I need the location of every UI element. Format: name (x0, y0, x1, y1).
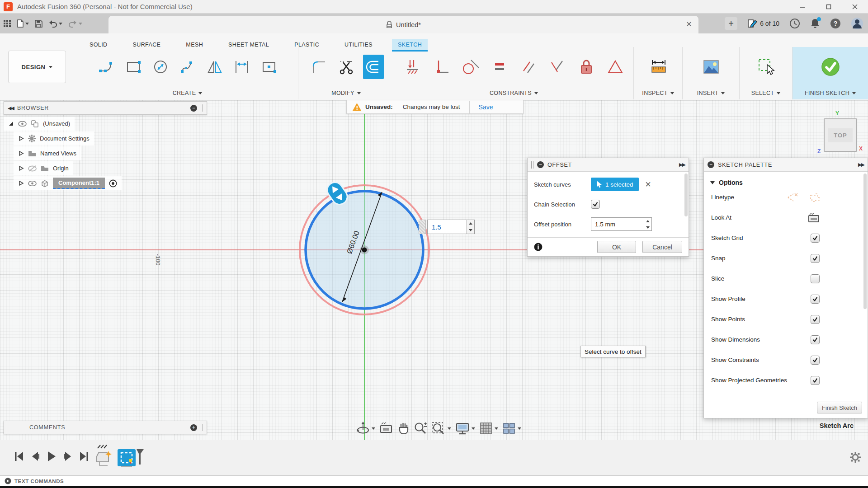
browser-panel-header[interactable]: ◀◀ BROWSER − (4, 101, 207, 115)
look-at-icon[interactable] (379, 422, 393, 435)
selection-chip[interactable]: 1 selected (591, 178, 639, 191)
timeline-settings-gear-icon[interactable] (850, 452, 861, 463)
grid-settings-icon[interactable] (479, 422, 498, 435)
look-at-icon[interactable] (808, 213, 820, 223)
modify-menu[interactable]: MODIFY (298, 87, 394, 99)
input-drag-grip[interactable] (419, 220, 426, 234)
view-cube-face[interactable]: TOP (828, 128, 853, 142)
expanded-arrow-icon[interactable] (8, 121, 14, 127)
palette-scrollbar[interactable] (863, 174, 867, 309)
collapsed-arrow-icon[interactable] (18, 150, 24, 156)
browser-item-label[interactable]: (Unsaved) (43, 120, 70, 127)
trim-icon[interactable] (336, 55, 357, 79)
measure-icon[interactable] (648, 55, 669, 79)
avatar[interactable] (851, 17, 863, 30)
insert-menu[interactable]: INSERT (683, 87, 739, 99)
history-clock-icon[interactable] (789, 18, 800, 29)
finish-sketch-button[interactable]: Finish Sketch (817, 402, 862, 413)
visibility-eye-icon[interactable] (28, 181, 37, 186)
browser-item-named-views[interactable]: Named Views (14, 146, 81, 160)
constraints-menu[interactable]: CONSTRAINTS (394, 87, 633, 99)
construction-linetype-icon[interactable] (787, 192, 799, 202)
view-cube[interactable]: TOP (824, 118, 857, 152)
zoom-icon[interactable] (414, 422, 427, 435)
ok-button[interactable]: OK (597, 241, 636, 253)
display-settings-icon[interactable] (455, 422, 475, 435)
save-link[interactable]: Save (479, 103, 493, 111)
notifications-bell-icon[interactable] (810, 18, 820, 29)
offset-icon[interactable] (363, 55, 384, 79)
input-spinner[interactable] (467, 220, 475, 234)
new-tab-button[interactable]: + (725, 17, 737, 30)
dialog-minimize-icon[interactable]: − (537, 161, 544, 168)
rectangle-icon[interactable] (123, 55, 144, 79)
finish-sketch-menu[interactable]: FINISH SKETCH (793, 87, 868, 99)
comments-drag-grip[interactable] (201, 424, 203, 431)
browser-item-label[interactable]: Document Settings (40, 135, 90, 142)
insert-image-icon[interactable] (701, 55, 722, 79)
orbit-icon[interactable] (356, 421, 375, 436)
maximize-button[interactable] (816, 0, 842, 14)
offset-dialog-header[interactable]: − OFFSET ▶▶ (528, 158, 689, 172)
visibility-off-eye-icon[interactable] (28, 165, 37, 172)
sketch-palette-header[interactable]: − SKETCH PALETTE ▶▶ (704, 158, 868, 172)
browser-item-component[interactable]: Component1:1 (14, 176, 122, 190)
viewports-icon[interactable] (502, 422, 521, 435)
finish-sketch-icon[interactable] (820, 55, 841, 79)
go-to-start-icon[interactable] (14, 451, 24, 461)
help-icon[interactable]: ? (830, 18, 841, 29)
option-checkbox[interactable] (811, 295, 820, 304)
equal-icon[interactable] (489, 55, 510, 79)
parallel-icon[interactable] (518, 55, 539, 79)
step-forward-icon[interactable] (64, 451, 72, 461)
lock-icon[interactable] (576, 55, 597, 79)
offset-distance-input[interactable]: 1.5 (427, 220, 467, 234)
select-icon[interactable] (755, 55, 776, 79)
centerline-linetype-icon[interactable] (809, 192, 820, 202)
option-checkbox[interactable] (811, 376, 820, 385)
save-icon[interactable] (35, 20, 42, 28)
vertical-horizontal-icon[interactable] (431, 55, 452, 79)
collapsed-arrow-icon[interactable] (18, 165, 24, 171)
undo-icon[interactable] (48, 20, 62, 28)
dialog-drag-grip[interactable] (531, 161, 533, 169)
dialog-scrollbar[interactable] (684, 174, 688, 216)
center-point[interactable] (362, 248, 367, 253)
options-section-header[interactable]: Options (710, 179, 868, 186)
collapse-arrows-icon[interactable]: ◀◀ (8, 105, 14, 111)
spline-icon[interactable] (177, 55, 198, 79)
inspect-menu[interactable]: INSPECT (634, 87, 682, 99)
step-back-icon[interactable] (31, 451, 39, 461)
comments-panel-header[interactable]: COMMENTS + (4, 421, 207, 434)
palette-minimize-icon[interactable]: − (708, 161, 714, 168)
undock-arrows-icon[interactable]: ▶▶ (858, 162, 864, 168)
perpendicular-icon[interactable] (547, 55, 568, 79)
text-commands-bar[interactable]: TEXT COMMANDS (0, 475, 868, 486)
zoom-window-icon[interactable] (431, 422, 451, 435)
option-checkbox[interactable] (811, 335, 820, 344)
collapsed-arrow-icon[interactable] (18, 180, 24, 186)
option-checkbox[interactable] (811, 315, 820, 324)
apps-grid-icon[interactable] (4, 20, 11, 28)
version-badge[interactable]: 6 of 10 (747, 19, 779, 28)
option-checkbox[interactable] (811, 234, 820, 243)
offset-position-input[interactable]: 1.5 mm (591, 217, 644, 231)
polygon-icon[interactable] (605, 55, 626, 79)
activate-component-radio-icon[interactable] (109, 179, 117, 188)
active-component-label[interactable]: Component1:1 (53, 178, 105, 189)
canvas[interactable]: Ø60.00 -100 1.5 TOP Y Z X ◀◀ BROWSER − (… (0, 100, 868, 440)
browser-item-document-settings[interactable]: Document Settings (14, 131, 94, 145)
feature-component-icon[interactable] (96, 445, 116, 468)
dimension-icon[interactable] (231, 55, 252, 79)
file-menu-icon[interactable] (17, 19, 29, 28)
point-icon[interactable] (259, 55, 279, 79)
clear-selection-icon[interactable]: ✕ (645, 180, 651, 189)
tab-close-icon[interactable]: ✕ (685, 20, 693, 28)
pan-hand-icon[interactable] (397, 422, 410, 435)
design-workspace-button[interactable]: DESIGN (8, 51, 66, 83)
select-menu[interactable]: SELECT (740, 87, 792, 99)
option-checkbox[interactable] (811, 356, 820, 365)
arc-icon[interactable] (96, 55, 117, 79)
mirror-icon[interactable] (204, 55, 225, 79)
fix-icon[interactable] (402, 55, 423, 79)
